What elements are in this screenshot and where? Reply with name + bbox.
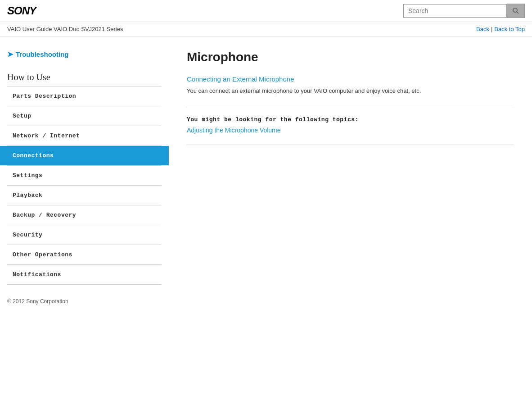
- search-area: [403, 4, 525, 18]
- sony-logo: SONY: [7, 5, 36, 17]
- content-divider-1: [187, 107, 514, 107]
- breadcrumb-links: Back | Back to Top: [476, 26, 525, 32]
- sidebar-item-parts-description[interactable]: Parts Description: [0, 86, 169, 106]
- sidebar-item-playback[interactable]: Playback: [0, 186, 169, 205]
- svg-point-0: [513, 8, 517, 12]
- breadcrumb-bar: VAIO User Guide VAIO Duo SVJ2021 Series …: [0, 22, 532, 36]
- breadcrumb-separator: |: [491, 26, 492, 32]
- related-topics-section: You might be looking for the following t…: [187, 116, 514, 134]
- sidebar: ➤ Troubleshooting How to Use Parts Descr…: [0, 36, 169, 406]
- sidebar-item-network-internet[interactable]: Network / Internet: [0, 126, 169, 146]
- connecting-external-microphone-link[interactable]: Connecting an External Microphone: [187, 75, 514, 83]
- main-layout: ➤ Troubleshooting How to Use Parts Descr…: [0, 36, 532, 406]
- sidebar-item-settings[interactable]: Settings: [0, 166, 169, 185]
- content-area: Microphone Connecting an External Microp…: [169, 36, 532, 406]
- adjusting-volume-link[interactable]: Adjusting the Microphone Volume: [187, 127, 514, 134]
- sidebar-item-security[interactable]: Security: [0, 225, 169, 245]
- back-link[interactable]: Back: [476, 26, 489, 32]
- sidebar-footer: © 2012 Sony Corporation: [0, 285, 169, 309]
- search-button[interactable]: [507, 4, 525, 18]
- sidebar-item-setup[interactable]: Setup: [0, 106, 169, 126]
- sidebar-item-other-operations[interactable]: Other Operations: [0, 245, 169, 264]
- chevron-right-icon: ➤: [7, 50, 13, 59]
- troubleshooting-label: Troubleshooting: [16, 50, 69, 58]
- page-title: Microphone: [187, 50, 514, 64]
- sidebar-item-connections[interactable]: Connections: [0, 146, 169, 165]
- guide-title: VAIO User Guide VAIO Duo SVJ2021 Series: [7, 26, 123, 32]
- how-to-use-title: How to Use: [0, 68, 169, 86]
- sidebar-item-backup-recovery[interactable]: Backup / Recovery: [0, 205, 169, 225]
- search-input[interactable]: [403, 4, 507, 18]
- header: SONY: [0, 0, 532, 22]
- back-to-top-link[interactable]: Back to Top: [494, 26, 525, 32]
- main-section: Connecting an External Microphone You ca…: [187, 75, 514, 96]
- search-icon: [512, 7, 519, 14]
- sidebar-item-notifications[interactable]: Notifications: [0, 265, 169, 284]
- sidebar-troubleshooting[interactable]: ➤ Troubleshooting: [0, 45, 169, 68]
- main-section-description: You can connect an external microphone t…: [187, 86, 514, 96]
- content-divider-2: [187, 145, 514, 145]
- related-topics-label: You might be looking for the following t…: [187, 116, 514, 123]
- svg-line-1: [517, 12, 518, 14]
